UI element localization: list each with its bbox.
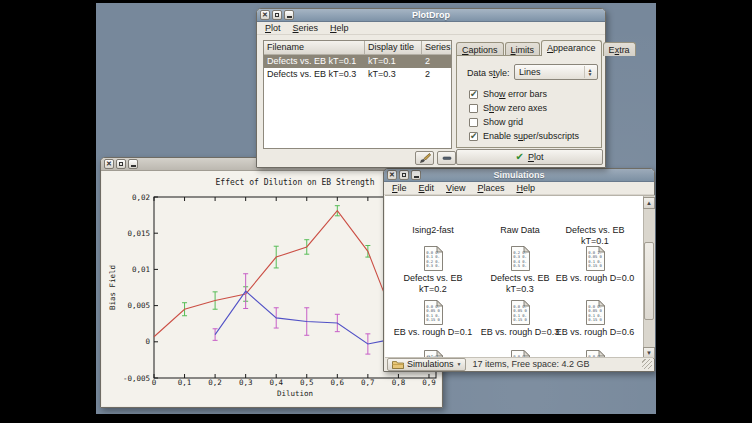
column-header-display-title[interactable]: Display title — [365, 41, 422, 55]
maximize-icon[interactable] — [399, 170, 409, 180]
file-label: EB vs. rough D=0.1 — [392, 327, 474, 338]
data-style-select[interactable]: Lines ▲▼ — [514, 64, 598, 80]
tab-extra[interactable]: Extra — [603, 42, 636, 56]
minus-icon — [442, 153, 452, 163]
brush-icon — [419, 153, 431, 164]
file-item[interactable]: 0.0 0.0.05 00.1 0.0.15 0EB vs. rough D=0… — [479, 300, 561, 338]
column-header-series[interactable]: Series — [422, 41, 451, 55]
resize-grip[interactable] — [642, 359, 652, 369]
menu-series[interactable]: Series — [287, 22, 325, 34]
x-tick-label: 0,8 — [392, 378, 406, 387]
plot-button-label: Plot — [528, 152, 544, 162]
plot-button[interactable]: ✔ Plot — [456, 149, 603, 165]
document-icon: 0.0 1.0.05 00.1 0.0.15 0 — [585, 246, 606, 271]
menu-view[interactable]: View — [440, 182, 471, 194]
close-icon[interactable]: ✕ — [387, 170, 397, 180]
x-tick-label: 0,6 — [331, 378, 345, 387]
plotdrop-titlebar[interactable]: ✕ PlotDrop — [257, 9, 605, 22]
tab-captions[interactable]: Captions — [456, 42, 504, 56]
file-item[interactable]: 0.2 0.0.3 0.0.4 0.0.5 0.Defects vs. EB k… — [479, 246, 561, 295]
menu-file[interactable]: File — [386, 182, 413, 194]
checkbox-show-zero-axes[interactable]: Show zero axes — [469, 103, 547, 113]
document-icon: 0.0 0.0.1 0.0.2 0.0.3 0. — [423, 246, 444, 271]
x-tick-label: 0,5 — [300, 378, 314, 387]
x-tick-label: 0,1 — [178, 378, 192, 387]
checkbox-label: Show error bars — [483, 89, 547, 99]
maximize-icon[interactable] — [116, 159, 126, 169]
svg-text:0.3 0.: 0.3 0. — [426, 263, 440, 268]
file-label: Defects vs. EB kT=0.3 — [479, 273, 561, 295]
folder-icon — [392, 360, 404, 369]
checkbox-enable-super-subscripts[interactable]: Enable super/subscripts — [469, 131, 579, 141]
svg-text:0.5 0.: 0.5 0. — [513, 263, 527, 268]
file-label: Defects vs. EB kT=0.1 — [554, 225, 636, 247]
file-item[interactable]: 0.0 0.0.1 0.0.2 0.0.3 0.Defects vs. EB k… — [392, 246, 474, 295]
menu-help[interactable]: Help — [510, 182, 541, 194]
table-cell: 2 — [422, 68, 451, 81]
file-item[interactable]: 0.0 0.0.05 00.1 0.0.15 0EB vs. rough D=0… — [392, 300, 474, 338]
series-line-kT-0-3 — [215, 291, 386, 344]
table-row[interactable]: Defects vs. EB kT=0.3kT=0.32 — [264, 68, 451, 81]
close-icon[interactable]: ✕ — [104, 159, 114, 169]
document-icon: 0.0 0.0.05 00.1 0.0.15 0 — [585, 300, 606, 325]
y-axis-label: Bias Field — [108, 265, 117, 310]
file-item[interactable]: Raw Data — [479, 225, 561, 236]
remove-file-button[interactable] — [437, 151, 456, 165]
file-label: EB vs. rough D=0.3 — [479, 327, 561, 338]
checkbox-unchecked-icon — [469, 118, 478, 127]
menu-edit[interactable]: Edit — [413, 182, 441, 194]
simulations-window: ✕ Simulations FileEditViewPlacesHelp ▲ ▼… — [383, 168, 655, 372]
data-style-label: Data style: — [467, 68, 510, 78]
scroll-up-icon[interactable]: ▲ — [643, 197, 655, 209]
file-label: EB vs. rough D=0.6 — [554, 327, 636, 338]
chart-title: Effect of Dilution on EB Strength — [216, 178, 375, 187]
menu-places[interactable]: Places — [471, 182, 510, 194]
x-axis-label: Dilution — [277, 389, 313, 398]
checkbox-unchecked-icon — [469, 104, 478, 113]
window-title: PlotDrop — [257, 10, 605, 20]
minimize-icon[interactable] — [284, 10, 294, 20]
screen: { "colors": { "desktop": "#77889b", "sel… — [0, 0, 752, 423]
minimize-icon[interactable] — [411, 170, 421, 180]
combo-arrows-icon: ▲▼ — [584, 66, 595, 78]
checkbox-show-error-bars[interactable]: Show error bars — [469, 89, 547, 99]
file-item[interactable]: 0.0 1.0.05 00.1 0.0.15 0EB vs. rough D=0… — [554, 246, 636, 284]
x-tick-label: 0,7 — [361, 378, 375, 387]
location-dropdown-button[interactable]: Simulations ▼ — [387, 358, 466, 371]
tab-appearance[interactable]: Appearance — [541, 40, 602, 56]
checkbox-label: Show grid — [483, 117, 523, 127]
menu-plot[interactable]: Plot — [259, 22, 287, 34]
file-item[interactable]: 0.0 0.0.05 00.1 0.0.15 0EB vs. rough D=0… — [554, 300, 636, 338]
simulations-statusbar: Simulations ▼ 17 items, Free space: 4.2 … — [385, 357, 653, 370]
appearance-panel: Data style: Lines ▲▼ Show error barsShow… — [456, 55, 602, 148]
plotdrop-menubar: PlotSeriesHelp — [257, 22, 605, 35]
checkbox-checked-icon — [469, 90, 478, 99]
svg-text:0.15 0: 0.15 0 — [513, 317, 527, 322]
close-icon[interactable]: ✕ — [260, 10, 270, 20]
window-title: Simulations — [384, 170, 654, 180]
file-item[interactable]: Ising2-fast — [392, 225, 474, 236]
minimize-icon[interactable] — [128, 159, 138, 169]
menu-help[interactable]: Help — [324, 22, 355, 34]
file-item[interactable]: Defects vs. EB kT=0.1 — [554, 225, 636, 247]
file-icon-view: ▲ ▼ Ising2-fastRaw DataDefects vs. EB kT… — [385, 195, 655, 359]
table-row[interactable]: Defects vs. EB kT=0.1kT=0.12 — [264, 55, 451, 68]
check-icon: ✔ — [516, 152, 524, 162]
checkbox-label: Show zero axes — [483, 103, 547, 113]
tab-limits[interactable]: Limits — [505, 42, 541, 56]
x-tick-label: 0 — [152, 378, 157, 387]
maximize-icon[interactable] — [272, 10, 282, 20]
edit-file-button[interactable] — [415, 151, 434, 165]
x-tick-label: 0,3 — [239, 378, 253, 387]
checkbox-show-grid[interactable]: Show grid — [469, 117, 523, 127]
file-label: Raw Data — [479, 225, 561, 236]
table-cell: 2 — [422, 55, 451, 68]
column-header-filename[interactable]: Filename — [264, 41, 365, 55]
x-tick-label: 0,4 — [269, 378, 283, 387]
y-tick-label: -0,005 — [123, 374, 150, 383]
status-info: 17 items, Free space: 4.2 GB — [472, 359, 589, 369]
table-cell: Defects vs. EB kT=0.3 — [264, 68, 365, 81]
simulations-titlebar[interactable]: ✕ Simulations — [384, 169, 654, 182]
scrollbar-thumb[interactable] — [644, 242, 654, 320]
svg-text:0.15 0: 0.15 0 — [588, 317, 602, 322]
